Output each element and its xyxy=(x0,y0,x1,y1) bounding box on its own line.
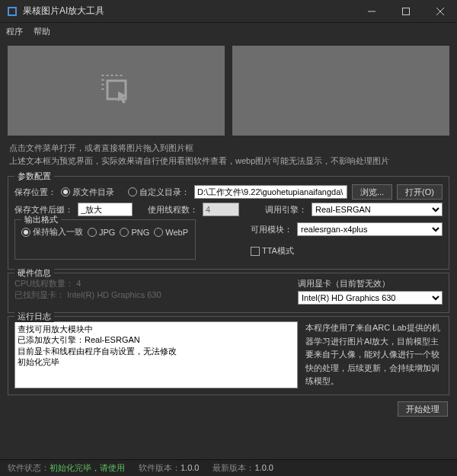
checkbox-icon xyxy=(251,247,260,256)
menubar: 程序 帮助 xyxy=(0,23,457,40)
radio-icon xyxy=(88,228,97,237)
gpu-select[interactable]: Intel(R) HD Graphics 630 xyxy=(298,291,443,305)
drop-target-icon xyxy=(95,69,138,113)
radio-icon xyxy=(154,228,163,237)
open-button[interactable]: 打开(O) xyxy=(397,184,443,200)
cpu-threads-label: CPU线程数量： xyxy=(14,279,74,288)
output-format-legend: 输出格式 xyxy=(21,214,61,225)
hardware-legend: 硬件信息 xyxy=(14,267,54,279)
titlebar: 果核图片AI放大工具 xyxy=(0,0,457,23)
radio-same-dir[interactable]: 原文件目录 xyxy=(61,187,114,198)
radio-format-png[interactable]: PNG xyxy=(120,228,149,237)
save-location-label: 保存位置： xyxy=(14,187,56,198)
threads-input xyxy=(203,203,239,216)
log-description: 本程序使用了来自ARC Lab提供的机器学习进行图片AI放大，目前模型主要来自于… xyxy=(305,321,443,388)
log-textarea[interactable]: 查找可用放大模块中 已添加放大引擎：Real-ESRGAN 目前显卡和线程由程序… xyxy=(14,321,298,388)
suffix-input[interactable] xyxy=(78,203,133,216)
module-label: 可用模块： xyxy=(251,224,292,235)
custom-dir-input[interactable] xyxy=(194,185,347,199)
radio-custom-dir[interactable]: 自定义目录： xyxy=(128,187,190,198)
preview-source[interactable] xyxy=(8,46,225,136)
output-format-fieldset: 输出格式 保持输入一致 JPG PNG WebP xyxy=(14,219,196,260)
preview-strip xyxy=(0,40,457,139)
close-button[interactable] xyxy=(423,0,457,23)
engine-select[interactable]: Real-ESRGAN xyxy=(312,203,443,216)
hint-line-1: 点击文件菜单打开，或者直接将图片拖入到图片框 xyxy=(9,142,448,155)
radio-format-keep[interactable]: 保持输入一致 xyxy=(21,226,83,238)
browse-button[interactable]: 浏览... xyxy=(352,184,392,200)
engine-label: 调用引擎： xyxy=(265,204,307,216)
preview-result[interactable] xyxy=(232,46,449,136)
radio-format-webp[interactable]: WebP xyxy=(154,228,188,237)
status-state-label: 软件状态： xyxy=(8,463,50,472)
window-controls xyxy=(354,0,457,23)
app-icon xyxy=(6,5,18,18)
gpu-found-label: 已找到显卡： xyxy=(14,290,65,299)
radio-format-jpg[interactable]: JPG xyxy=(88,228,115,237)
status-version-value: 1.0.0 xyxy=(181,463,199,472)
svg-rect-1 xyxy=(9,8,15,14)
svg-rect-3 xyxy=(402,8,409,14)
gpu-select-label: 调用显卡（目前暂无效） xyxy=(298,278,443,289)
status-state-value: 初始化完毕，请使用 xyxy=(50,463,125,472)
action-row: 开始处理 xyxy=(0,398,457,421)
status-version-label: 软件版本： xyxy=(139,463,181,472)
radio-icon xyxy=(21,228,30,237)
status-latest-label: 最新版本： xyxy=(213,463,254,472)
statusbar: 软件状态：初始化完毕，请使用 软件版本：1.0.0 最新版本：1.0.0 xyxy=(0,459,457,476)
threads-label: 使用线程数： xyxy=(148,204,198,216)
minimize-button[interactable] xyxy=(354,0,388,23)
menu-help[interactable]: 帮助 xyxy=(34,26,50,37)
start-button[interactable]: 开始处理 xyxy=(398,401,448,417)
radio-icon xyxy=(128,187,137,196)
tta-checkbox[interactable]: TTA模式 xyxy=(251,245,294,257)
maximize-button[interactable] xyxy=(388,0,423,23)
log-legend: 运行日志 xyxy=(14,311,54,322)
menu-program[interactable]: 程序 xyxy=(6,26,23,37)
hardware-fieldset: 硬件信息 CPU线程数量： 4 已找到显卡： Intel(R) HD Graph… xyxy=(8,273,449,313)
cpu-threads-value: 4 xyxy=(76,279,81,288)
log-fieldset: 运行日志 查找可用放大模块中 已添加放大引擎：Real-ESRGAN 目前显卡和… xyxy=(8,316,449,395)
params-legend: 参数配置 xyxy=(14,171,54,182)
window-title: 果核图片AI放大工具 xyxy=(23,5,354,18)
module-select[interactable]: realesrgan-x4plus xyxy=(297,222,443,236)
radio-icon xyxy=(120,228,129,237)
hint-line-2: 上述文本框为预览界面，实际效果请自行使用看图软件查看，webp图片可能无法显示，… xyxy=(9,155,448,168)
status-latest-value: 1.0.0 xyxy=(254,463,273,472)
hint-text: 点击文件菜单打开，或者直接将图片拖入到图片框 上述文本框为预览界面，实际效果请自… xyxy=(0,139,457,173)
radio-icon xyxy=(61,187,70,196)
gpu-found-value: Intel(R) HD Graphics 630 xyxy=(67,290,161,299)
params-fieldset: 参数配置 保存位置： 原文件目录 自定义目录： 浏览... 打开(O) 保存文件… xyxy=(8,176,449,270)
